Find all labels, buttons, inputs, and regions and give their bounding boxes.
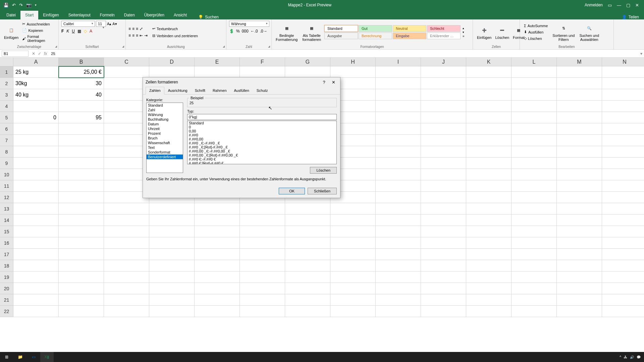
- cell[interactable]: [421, 306, 466, 317]
- category-item[interactable]: Standard: [147, 103, 183, 108]
- cell[interactable]: [466, 226, 512, 237]
- format-item[interactable]: #.##0 €;-#.##0 €: [187, 157, 336, 161]
- align-bottom-icon[interactable]: ≡: [136, 26, 138, 31]
- tray-up-icon[interactable]: ^: [620, 355, 621, 359]
- font-size-dropdown[interactable]: 11: [96, 21, 106, 27]
- cell[interactable]: [557, 78, 602, 89]
- cell[interactable]: [421, 294, 466, 306]
- style-cell[interactable]: Gut: [359, 25, 392, 32]
- cell[interactable]: [557, 237, 602, 249]
- cell[interactable]: [466, 249, 512, 260]
- cell[interactable]: [13, 146, 59, 158]
- tab-datei[interactable]: Datei: [2, 11, 20, 19]
- cell[interactable]: [512, 249, 557, 260]
- cell[interactable]: [59, 203, 104, 215]
- cell[interactable]: [13, 249, 59, 260]
- align-middle-icon[interactable]: ≡: [132, 26, 135, 31]
- cell[interactable]: [330, 306, 376, 317]
- cell[interactable]: [602, 203, 644, 215]
- dialog-tab[interactable]: Schrift: [191, 87, 209, 94]
- cell[interactable]: [13, 180, 59, 192]
- cell[interactable]: [602, 135, 644, 146]
- cell[interactable]: [421, 158, 466, 169]
- cell[interactable]: [195, 260, 240, 272]
- row-header[interactable]: 1: [0, 66, 13, 78]
- cell[interactable]: [512, 66, 557, 78]
- cell[interactable]: [149, 237, 195, 249]
- cell[interactable]: [421, 66, 466, 78]
- column-header[interactable]: I: [376, 58, 421, 66]
- cell[interactable]: [330, 203, 376, 215]
- cell[interactable]: [59, 135, 104, 146]
- cell-styles-gallery[interactable]: StandardGutNeutralSchlechtAusgabeBerechn…: [324, 25, 461, 39]
- cell[interactable]: [59, 226, 104, 237]
- expand-formula-icon[interactable]: ▾: [640, 51, 642, 56]
- cell[interactable]: [557, 158, 602, 169]
- maximize-icon[interactable]: ▢: [626, 3, 630, 8]
- delete-cells-button[interactable]: ➖Löschen: [494, 23, 511, 41]
- cell[interactable]: [59, 146, 104, 158]
- cell[interactable]: 40: [59, 89, 104, 101]
- cell[interactable]: [104, 306, 149, 317]
- row-header[interactable]: 13: [0, 203, 13, 215]
- cell[interactable]: [195, 203, 240, 215]
- cell[interactable]: [330, 237, 376, 249]
- cell[interactable]: [376, 306, 421, 317]
- ok-button[interactable]: OK: [279, 188, 305, 194]
- column-header[interactable]: B: [59, 58, 104, 66]
- font-launcher-icon[interactable]: ◢: [122, 45, 124, 48]
- cell[interactable]: [285, 306, 330, 317]
- style-cell[interactable]: Standard: [324, 25, 358, 32]
- insert-cells-button[interactable]: ➕Einfügen: [476, 23, 493, 41]
- row-header[interactable]: 12: [0, 192, 13, 203]
- cell[interactable]: [512, 226, 557, 237]
- cell[interactable]: [149, 294, 195, 306]
- cell[interactable]: [13, 283, 59, 294]
- cell[interactable]: [466, 192, 512, 203]
- taskbar-excel-icon[interactable]: X▮: [40, 352, 54, 362]
- qat-dropdown-icon[interactable]: ▾: [35, 3, 37, 7]
- align-right-icon[interactable]: ≡: [136, 33, 138, 38]
- copy-button[interactable]: 📄Kopieren: [21, 27, 56, 33]
- clipboard-launcher-icon[interactable]: ◢: [55, 45, 57, 48]
- shrink-font-icon[interactable]: A▾: [112, 22, 117, 26]
- formula-input[interactable]: 25: [50, 51, 640, 56]
- cell[interactable]: [376, 272, 421, 283]
- column-header[interactable]: E: [195, 58, 240, 66]
- cell[interactable]: [512, 294, 557, 306]
- tray-notifications-icon[interactable]: 💬: [637, 355, 641, 359]
- cell[interactable]: [602, 123, 644, 135]
- category-item[interactable]: Wissenschaft: [147, 140, 183, 145]
- cell[interactable]: [376, 78, 421, 89]
- category-item[interactable]: Datum: [147, 122, 183, 126]
- row-header[interactable]: 22: [0, 306, 13, 317]
- cell[interactable]: [149, 272, 195, 283]
- cell[interactable]: [59, 283, 104, 294]
- cell[interactable]: [149, 226, 195, 237]
- cell[interactable]: [466, 260, 512, 272]
- tab-ansicht[interactable]: Ansicht: [169, 11, 192, 19]
- cell[interactable]: [466, 283, 512, 294]
- cell[interactable]: [421, 283, 466, 294]
- row-header[interactable]: 15: [0, 226, 13, 237]
- cell[interactable]: [240, 237, 285, 249]
- cell[interactable]: [195, 66, 240, 78]
- cell[interactable]: [330, 215, 376, 226]
- cell[interactable]: [376, 135, 421, 146]
- underline-button[interactable]: U: [72, 29, 75, 34]
- category-item[interactable]: Zahl: [147, 108, 183, 112]
- tab-ueberpruefen[interactable]: Überprüfen: [140, 11, 169, 19]
- cell[interactable]: [512, 237, 557, 249]
- cell[interactable]: [376, 226, 421, 237]
- cell[interactable]: [421, 123, 466, 135]
- cell[interactable]: [602, 112, 644, 123]
- cell[interactable]: [512, 101, 557, 112]
- cell[interactable]: [557, 283, 602, 294]
- wrap-text-button[interactable]: ↩Textumbruch: [151, 26, 199, 32]
- cell[interactable]: [59, 180, 104, 192]
- font-name-dropdown[interactable]: Calibri: [61, 21, 95, 27]
- cell[interactable]: [557, 123, 602, 135]
- cell[interactable]: [557, 180, 602, 192]
- style-cell[interactable]: Neutral: [393, 25, 426, 32]
- cell[interactable]: [285, 237, 330, 249]
